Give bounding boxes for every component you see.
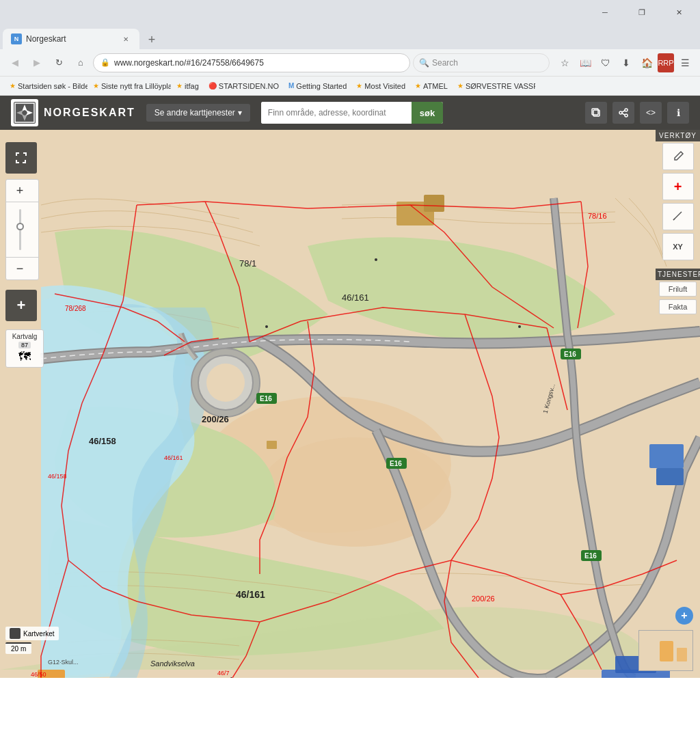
svg-point-17 — [518, 325, 521, 328]
map-search-input[interactable] — [261, 102, 412, 124]
karttjenester-button[interactable]: Se andre karttjenester ▾ — [146, 104, 250, 122]
new-tab-button[interactable]: + — [142, 30, 161, 49]
svg-point-5 — [206, 364, 245, 402]
nav-icons: ☆ 📖 🛡 ⬇ 🏠 RRP ☰ — [555, 53, 695, 72]
mini-map[interactable] — [638, 630, 693, 671]
zoom-controls: + − — [5, 179, 39, 280]
scale-text: 20 m — [11, 645, 26, 653]
bookmark-item-5[interactable]: ★ Most Visited — [352, 81, 409, 92]
friluft-button[interactable]: Friluft — [659, 282, 697, 297]
kartverket-text: Kartverket — [23, 630, 55, 638]
home-nav-button[interactable]: 🏠 — [637, 53, 656, 72]
norgeskart-logo: NORGESKART — [11, 99, 135, 126]
info-icon: ℹ — [677, 107, 680, 118]
copy-button[interactable] — [585, 102, 607, 124]
profile-button[interactable]: RRP — [658, 53, 674, 72]
lock-icon: 🔒 — [100, 58, 110, 67]
bookmark-star-button[interactable]: ☆ — [555, 53, 574, 72]
bookmark-item-1[interactable]: ★ Siste nytt fra Lillöyplas... — [89, 81, 171, 92]
bookmark-item-2[interactable]: ★ itfag — [172, 81, 203, 92]
add-map-button[interactable]: + — [5, 290, 37, 321]
karttjenester-label: Se andre karttjenester — [154, 108, 235, 118]
address-text: www.norgeskart.no/#16/247558/6649675 — [114, 58, 264, 68]
close-button[interactable]: ✕ — [663, 0, 695, 25]
tab-bar: N Norgeskart ✕ + — [0, 25, 700, 49]
fakta-button[interactable]: Fakta — [659, 299, 697, 314]
embed-icon: <> — [646, 108, 656, 118]
window-controls: ─ ❐ ✕ — [589, 0, 695, 25]
tab-title: Norgeskart — [26, 34, 66, 44]
bookmarks-bar: ★ Startsiden søk - Bilder ... ★ Siste ny… — [0, 77, 700, 96]
download-button[interactable]: ⬇ — [617, 53, 636, 72]
logo-icon — [11, 99, 38, 126]
nav-bar: ◀ ▶ ↻ ⌂ 🔒 www.norgeskart.no/#16/247558/6… — [0, 49, 700, 77]
maximize-button[interactable]: ❐ — [626, 0, 658, 25]
kartverket-label: Kartverket — [5, 627, 59, 640]
minimize-button[interactable]: ─ — [589, 0, 621, 25]
bookmark-item-6[interactable]: ★ ATMEL — [411, 81, 452, 92]
svg-rect-8 — [649, 444, 684, 468]
logo-text: NORGESKART — [44, 107, 135, 119]
svg-rect-15 — [267, 441, 277, 449]
forward-button[interactable]: ▶ — [27, 53, 46, 72]
bookmark-item-3[interactable]: 🔴 STARTSIDEN.NO — [204, 81, 283, 92]
search-input-container: søk — [261, 102, 443, 124]
sok-button[interactable]: søk — [412, 102, 443, 124]
map-container[interactable]: 78/1 78/16 46/161 78/268 200/26 46/158 4… — [0, 96, 700, 678]
zoom-slider[interactable] — [6, 202, 33, 257]
search-placeholder-text: Search — [432, 58, 458, 68]
tab-close-icon[interactable]: ✕ — [120, 33, 131, 44]
svg-line-58 — [622, 111, 625, 112]
shield-button[interactable]: 🛡 — [596, 53, 615, 72]
search-bar[interactable]: 🔍 Search — [413, 53, 550, 72]
info-button[interactable]: ℹ — [667, 102, 689, 124]
map-header: NORGESKART Se andre karttjenester ▾ søk … — [0, 96, 700, 130]
home-button[interactable]: ⌂ — [71, 53, 90, 72]
plus-tool-button[interactable]: + — [662, 173, 694, 200]
svg-point-18 — [375, 258, 377, 261]
chevron-down-icon: ▾ — [238, 108, 242, 118]
svg-rect-61 — [660, 641, 673, 661]
svg-rect-62 — [677, 648, 687, 661]
svg-rect-9 — [656, 468, 684, 485]
map-toolbar-right: <> ℹ — [585, 102, 689, 124]
back-button[interactable]: ◀ — [5, 53, 25, 72]
svg-line-59 — [622, 113, 625, 115]
kartvalg-icon: 🗺 — [9, 350, 40, 364]
map-plus-button-br[interactable]: + — [675, 607, 693, 625]
zoom-out-button[interactable]: − — [6, 258, 33, 279]
verktoy-label: VERKTØY — [656, 130, 700, 141]
zoom-in-button[interactable]: + — [6, 180, 33, 202]
svg-rect-14 — [38, 670, 65, 678]
svg-point-56 — [619, 111, 622, 114]
reading-list-button[interactable]: 📖 — [576, 53, 595, 72]
svg-point-16 — [265, 325, 268, 328]
svg-point-57 — [625, 114, 628, 117]
reload-button[interactable]: ↻ — [49, 53, 68, 72]
line-tool-button[interactable] — [662, 203, 694, 230]
share-button[interactable] — [612, 102, 634, 124]
bookmark-item-0[interactable]: ★ Startsiden søk - Bilder ... — [5, 81, 88, 92]
bookmark-item-4[interactable]: M Getting Started — [284, 81, 351, 92]
tab-favicon: N — [11, 33, 22, 44]
fullscreen-button[interactable] — [5, 142, 37, 174]
scale-bar: 20 m — [5, 642, 31, 654]
bookmark-item-7[interactable]: ★ SØRVESTRE VASSFAR... — [453, 81, 535, 92]
active-tab[interactable]: N Norgeskart ✕ — [3, 29, 139, 49]
tjenester-label: TJENESTER — [656, 269, 700, 280]
search-icon: 🔍 — [419, 58, 429, 68]
embed-button[interactable]: <> — [640, 102, 662, 124]
svg-point-2 — [260, 437, 451, 547]
menu-button[interactable]: ☰ — [675, 53, 695, 72]
map-svg — [0, 96, 700, 678]
map-left-panel: + − + Kartvalg 87 🗺 — [0, 137, 44, 373]
kartvalg-label: Kartvalg — [9, 333, 40, 340]
title-bar: ─ ❐ ✕ — [0, 0, 700, 25]
map-right-panel: VERKTØY + XY TJENESTER Friluft Fakta — [656, 130, 700, 316]
svg-rect-7 — [424, 195, 444, 212]
svg-point-55 — [625, 109, 628, 111]
kartvalg-panel[interactable]: Kartvalg 87 🗺 — [5, 329, 44, 368]
xy-tool-button[interactable]: XY — [662, 233, 694, 260]
address-bar[interactable]: 🔒 www.norgeskart.no/#16/247558/6649675 — [93, 53, 410, 72]
pencil-tool-button[interactable] — [662, 143, 694, 170]
